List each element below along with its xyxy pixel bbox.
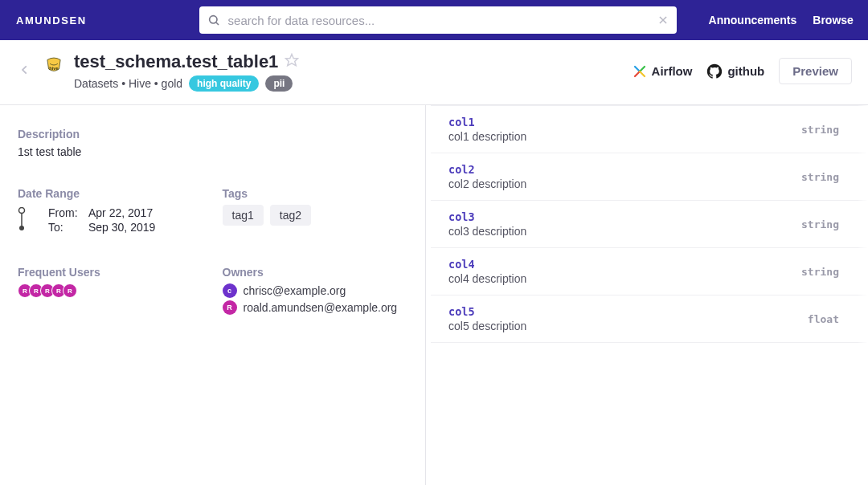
favorite-star-icon[interactable] <box>285 53 299 71</box>
to-value: Sep 30, 2019 <box>88 221 155 234</box>
tags-label: Tags <box>223 187 408 200</box>
top-nav: AMUNDSEN Announcements Browse <box>0 0 868 40</box>
github-link[interactable]: github <box>706 63 764 79</box>
nav-announcements[interactable]: Announcements <box>709 14 797 26</box>
owner-email: chrisc@example.org <box>244 284 346 297</box>
column-type: string <box>801 266 839 278</box>
date-range-icon <box>18 205 26 234</box>
column-description: col4 description <box>448 272 801 285</box>
column-type: string <box>801 218 839 230</box>
svg-point-0 <box>209 16 216 23</box>
column-name: col3 <box>448 210 801 223</box>
airflow-link[interactable]: Airflow <box>633 64 693 79</box>
user-avatar-icon[interactable]: R <box>63 283 77 298</box>
column-row[interactable]: col2col2 descriptionstring <box>431 153 868 201</box>
owners-list: c chrisc@example.org R roald.amundsen@ex… <box>223 283 408 315</box>
owners-label: Owners <box>223 266 408 279</box>
frequent-users-label: Frequent Users <box>18 266 203 279</box>
hive-icon: hive <box>43 55 64 75</box>
nav-browse[interactable]: Browse <box>813 14 854 26</box>
description-label: Description <box>18 128 407 141</box>
title-block: test_schema.test_table1 Datasets • Hive … <box>74 51 623 92</box>
column-name: col5 <box>448 305 808 318</box>
column-row[interactable]: col3col3 descriptionstring <box>431 201 868 248</box>
search-icon <box>207 14 220 26</box>
app-logo[interactable]: AMUNDSEN <box>16 14 87 26</box>
page-title: test_schema.test_table1 <box>74 51 278 72</box>
page-header: hive test_schema.test_table1 Datasets • … <box>0 40 868 105</box>
header-links: Airflow github Preview <box>633 58 852 84</box>
details-panel: Description 1st test table Date Range Fr… <box>0 105 426 485</box>
column-name: col4 <box>448 258 801 271</box>
preview-button[interactable]: Preview <box>779 58 852 84</box>
from-value: Apr 22, 2017 <box>88 206 155 219</box>
column-description: col5 description <box>448 320 808 332</box>
svg-text:hive: hive <box>49 66 58 71</box>
owner-email: roald.amundsen@example.org <box>244 301 398 314</box>
breadcrumb-row: Datasets • Hive • gold high quality pii <box>74 75 623 92</box>
svg-point-8 <box>19 226 24 230</box>
column-name: col1 <box>448 116 801 128</box>
column-row[interactable]: col1col1 descriptionstring <box>431 105 868 153</box>
column-type: string <box>801 171 839 183</box>
column-type: float <box>808 313 839 325</box>
search-input[interactable] <box>199 6 677 34</box>
columns-panel[interactable]: col1col1 descriptionstringcol2col2 descr… <box>431 105 868 485</box>
column-type: string <box>801 124 839 136</box>
frequent-users[interactable]: R R R R R <box>18 283 203 298</box>
airflow-icon <box>633 64 647 79</box>
owner-row[interactable]: c chrisc@example.org <box>223 283 408 298</box>
tag[interactable]: tag2 <box>270 205 311 226</box>
from-label: From: <box>48 206 85 219</box>
clear-icon[interactable] <box>657 14 669 26</box>
column-description: col3 description <box>448 225 801 238</box>
column-row[interactable]: col4col4 descriptionstring <box>431 248 868 295</box>
tag-list: tag1 tag2 <box>223 205 408 226</box>
date-range-label: Date Range <box>18 187 203 200</box>
pii-badge: pii <box>265 75 293 92</box>
github-icon <box>706 63 723 79</box>
quality-badge: high quality <box>189 75 259 92</box>
search-wrap <box>199 6 677 34</box>
back-button[interactable] <box>16 61 34 79</box>
column-name: col2 <box>448 163 801 176</box>
owner-avatar-icon: c <box>223 283 237 298</box>
column-row[interactable]: col5col5 descriptionfloat <box>431 295 868 343</box>
tag[interactable]: tag1 <box>223 205 264 226</box>
breadcrumb[interactable]: Datasets • Hive • gold <box>74 77 182 90</box>
to-label: To: <box>48 221 85 234</box>
owner-row[interactable]: R roald.amundsen@example.org <box>223 300 408 315</box>
svg-line-1 <box>216 22 219 25</box>
svg-point-6 <box>19 208 25 214</box>
column-description: col1 description <box>448 130 801 143</box>
svg-marker-5 <box>286 55 298 66</box>
owner-avatar-icon: R <box>223 300 237 315</box>
column-description: col2 description <box>448 177 801 190</box>
description-text: 1st test table <box>18 145 407 158</box>
